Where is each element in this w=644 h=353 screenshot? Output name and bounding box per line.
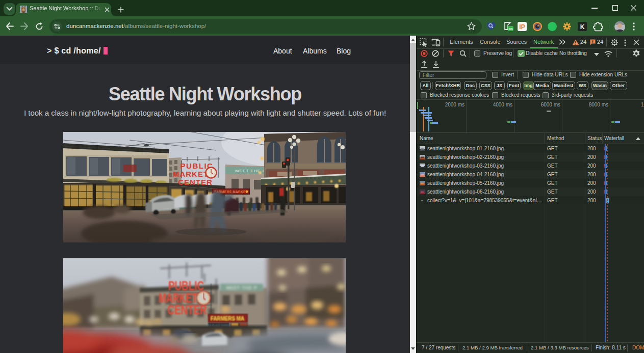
svg-text:IP: IP — [519, 23, 525, 31]
svg-text:on: on — [509, 27, 513, 31]
svg-text:CENTER: CENTER — [178, 178, 213, 186]
svg-text:K: K — [580, 23, 585, 31]
svg-text:FARMERS MA: FARMERS MA — [211, 316, 244, 321]
svg-text:CENTER: CENTER — [168, 303, 207, 317]
svg-text:MEET THE P: MEET THE P — [226, 285, 257, 290]
svg-text:MARKET: MARKET — [173, 170, 209, 178]
